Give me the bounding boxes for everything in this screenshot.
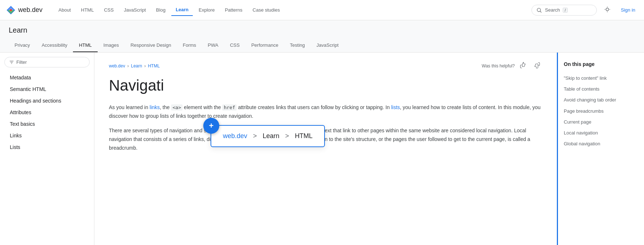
nav-learn[interactable]: Learn: [171, 4, 193, 16]
breadcrumb-learn[interactable]: Learn: [131, 63, 142, 68]
nav-blog[interactable]: Blog: [152, 4, 170, 16]
sidebar-item-metadata[interactable]: Metadata: [0, 72, 94, 83]
theme-icon: [604, 6, 611, 13]
theme-toggle-button[interactable]: [601, 4, 614, 16]
on-page-toc[interactable]: Table of contents: [564, 84, 638, 95]
zoom-overlay: + web.dev > Learn > HTML: [211, 125, 325, 147]
svg-line-5: [540, 11, 541, 12]
popup-html: HTML: [295, 132, 313, 140]
search-placeholder-text: Search: [545, 7, 560, 13]
svg-point-6: [606, 8, 609, 11]
tab-javascript[interactable]: JavaScript: [311, 39, 345, 52]
learn-tabs: Privacy Accessibility HTML Images Respon…: [9, 39, 635, 52]
on-page-tab-order[interactable]: Avoid changing tab order: [564, 95, 638, 105]
top-nav-right: Search / Sign in: [531, 4, 638, 16]
tab-testing[interactable]: Testing: [284, 39, 311, 52]
breadcrumb-webdev[interactable]: web.dev: [109, 63, 125, 68]
thumbs-down-button[interactable]: [531, 61, 542, 71]
on-page-global-nav[interactable]: Global navigation: [564, 138, 638, 149]
learn-section-title: Learn: [9, 23, 635, 39]
thumbs-up-button[interactable]: [518, 61, 529, 71]
breadcrumb: web.dev › Learn › HTML: [109, 63, 160, 68]
breadcrumb-html[interactable]: HTML: [148, 63, 160, 68]
logo-icon: [6, 5, 16, 15]
tab-forms[interactable]: Forms: [177, 39, 202, 52]
zoom-icon: +: [203, 118, 219, 134]
popup-sep-1: >: [253, 132, 257, 140]
tab-performance[interactable]: Performance: [245, 39, 284, 52]
tab-images[interactable]: Images: [98, 39, 125, 52]
main-layout: Filter Metadata Semantic HTML Headings a…: [0, 53, 644, 245]
nav-javascript[interactable]: JavaScript: [119, 4, 150, 16]
sidebar-item-lists[interactable]: Lists: [0, 141, 94, 153]
tab-css[interactable]: CSS: [224, 39, 245, 52]
filter-label: Filter: [16, 59, 27, 65]
search-bar[interactable]: Search /: [531, 5, 597, 16]
sidebar-item-text-basics[interactable]: Text basics: [0, 118, 94, 130]
popup-webdev: web.dev: [223, 132, 247, 140]
filter-icon: [9, 60, 14, 65]
popup-learn: Learn: [263, 132, 280, 140]
right-sidebar: On this page "Skip to content" link Tabl…: [557, 53, 644, 245]
filter-button[interactable]: Filter: [4, 57, 90, 67]
top-nav: web.dev About HTML CSS JavaScript Blog L…: [0, 0, 644, 20]
on-page-current[interactable]: Current page: [564, 117, 638, 128]
breadcrumb-popup: web.dev > Learn > HTML: [211, 125, 325, 147]
left-sidebar: Filter Metadata Semantic HTML Headings a…: [0, 53, 94, 245]
search-slash: /: [563, 8, 567, 13]
thumbs-down-icon: [534, 62, 540, 68]
nav-html[interactable]: HTML: [77, 4, 98, 16]
on-page-breadcrumbs[interactable]: Page breadcrumbs: [564, 106, 638, 117]
sidebar-item-links[interactable]: Links: [0, 130, 94, 141]
helpful-row: Was this helpful?: [482, 61, 542, 71]
tab-pwa[interactable]: PWA: [202, 39, 224, 52]
sidebar-item-attributes[interactable]: Attributes: [0, 107, 94, 118]
tab-responsive-design[interactable]: Responsive Design: [125, 39, 177, 52]
sign-in-button[interactable]: Sign in: [618, 5, 638, 15]
content-area: web.dev › Learn › HTML Was this helpful?: [94, 53, 557, 245]
nav-css[interactable]: CSS: [99, 4, 118, 16]
breadcrumb-row: web.dev › Learn › HTML Was this helpful?: [109, 61, 542, 71]
svg-point-3: [10, 9, 12, 11]
nav-explore[interactable]: Explore: [194, 4, 219, 16]
sidebar-item-semantic-html[interactable]: Semantic HTML: [0, 83, 94, 95]
on-this-page-title: On this page: [564, 61, 638, 67]
body-paragraph-1: As you learned in links, the <a> element…: [109, 103, 542, 121]
logo-text: web.dev: [18, 6, 42, 14]
lists-link[interactable]: lists: [391, 104, 400, 110]
helpful-text: Was this helpful?: [482, 63, 515, 68]
thumbs-up-icon: [520, 62, 526, 68]
tab-privacy[interactable]: Privacy: [9, 39, 36, 52]
logo[interactable]: web.dev: [6, 5, 42, 15]
breadcrumb-sep-1: ›: [127, 63, 129, 68]
page-title: Navigati: [109, 76, 542, 95]
nav-case-studies[interactable]: Case studies: [248, 4, 284, 16]
on-page-skip-content[interactable]: "Skip to content" link: [564, 73, 638, 84]
breadcrumb-sep-2: ›: [144, 63, 146, 68]
on-page-local-nav[interactable]: Local navigation: [564, 128, 638, 138]
tab-accessibility[interactable]: Accessibility: [36, 39, 73, 52]
nav-patterns[interactable]: Patterns: [220, 4, 246, 16]
top-nav-links: About HTML CSS JavaScript Blog Learn Exp…: [54, 4, 531, 16]
popup-sep-2: >: [285, 132, 289, 140]
links-link[interactable]: links: [150, 104, 160, 110]
body-paragraph-2: There are several types of navigation an…: [109, 126, 542, 152]
sidebar-item-headings[interactable]: Headings and sections: [0, 95, 94, 107]
search-icon: [536, 7, 542, 13]
learn-header: Learn Privacy Accessibility HTML Images …: [0, 20, 644, 53]
nav-about[interactable]: About: [54, 4, 75, 16]
tab-html[interactable]: HTML: [73, 39, 97, 52]
